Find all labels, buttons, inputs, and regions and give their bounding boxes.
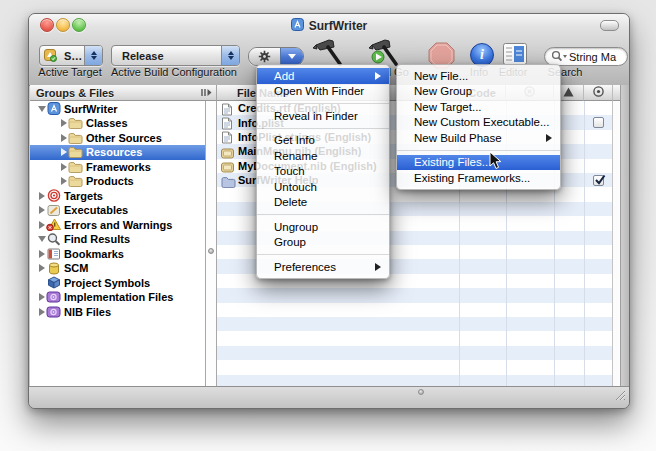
target-membership-checkbox[interactable] [593,175,604,186]
sidebar-item-resources[interactable]: Resources [30,145,205,160]
doc-icon [221,102,235,115]
groups-files-header[interactable]: Groups & Files [30,85,217,101]
window-title: SurfWriter [309,19,367,33]
submenu-item-new-custom-executable[interactable]: New Custom Executable... [397,115,560,131]
sidebar-item-bookmarks[interactable]: Bookmarks [30,247,205,262]
sidebar-item-project-symbols[interactable]: Project Symbols [30,276,205,291]
disclosure-closed-icon[interactable] [37,308,46,316]
build-and-go-button[interactable] [365,38,401,66]
menu-item-label: Rename [274,150,317,162]
action-context-menu: AddOpen With FinderReveal in FinderGet I… [256,64,390,279]
menu-item-label: New Build Phase [414,132,502,144]
sidebar-item-find-results[interactable]: Find Results [30,232,205,247]
menu-item-reveal-in-finder[interactable]: Reveal in Finder [257,108,389,124]
target-membership-checkbox[interactable] [593,117,604,128]
doc-icon [221,116,235,129]
scm-icon [46,262,61,275]
disclosure-open-icon[interactable] [37,236,46,242]
sidebar-item-frameworks[interactable]: Frameworks [30,160,205,175]
sidebar-item-surfwriter[interactable]: SurfWriter [30,102,205,117]
disclosure-closed-icon[interactable] [59,134,68,142]
sidebar-item-label: Classes [86,117,128,129]
menu-separator [257,99,389,108]
target-icon [593,86,604,99]
sidebar-item-products[interactable]: Products [30,174,205,189]
disclosure-closed-icon[interactable] [37,293,46,301]
sidebar-item-targets[interactable]: Targets [30,189,205,204]
vertical-splitter[interactable] [205,101,217,386]
menu-item-label: Get Info [274,134,315,146]
menu-item-open-with-finder[interactable]: Open With Finder [257,84,389,100]
column-header-target[interactable] [584,85,613,101]
active-target-label: Active Target [38,66,101,79]
sidebar-item-errors-and-warnings[interactable]: Errors and Warnings [30,218,205,233]
menu-item-label: Existing Frameworks... [414,172,530,184]
disclosure-closed-icon[interactable] [59,148,68,156]
submenu-item-existing-frameworks[interactable]: Existing Frameworks... [397,170,560,186]
project-icon [46,102,61,115]
menu-item-rename[interactable]: Rename [257,148,389,164]
warning-icon [563,87,574,99]
menu-item-label: Untouch [274,181,317,193]
sidebar-item-label: Frameworks [86,161,151,173]
menu-item-label: Delete [274,196,307,208]
disclosure-closed-icon[interactable] [37,221,46,229]
menu-item-label: Existing Files... [414,156,491,168]
menu-item-add[interactable]: Add [257,68,389,84]
sidebar-item-scm[interactable]: SCM [30,261,205,276]
splitter-dimple[interactable] [208,248,214,254]
groups-files-outline[interactable]: SurfWriterClassesOther SourcesResourcesF… [30,101,205,386]
stepper-arrows-icon [84,46,102,65]
build-config-label: Active Build Configuration [111,66,237,79]
menu-item-delete[interactable]: Delete [257,195,389,211]
menu-item-preferences[interactable]: Preferences [257,259,389,275]
menu-item-ungroup[interactable]: Ungroup [257,219,389,235]
disclosure-closed-icon[interactable] [37,206,46,214]
submenu-item-new-build-phase[interactable]: New Build Phase [397,130,560,146]
submenu-item-new-file[interactable]: New File... [397,68,560,84]
disclosure-closed-icon[interactable] [37,264,46,272]
active-target-popup[interactable]: S… [39,45,103,66]
folder-icon [68,131,83,144]
sidebar-item-classes[interactable]: Classes [30,116,205,131]
add-submenu: New File...New GroupNew Target...New Cus… [396,64,561,190]
build-button[interactable] [309,38,345,66]
sidebar-item-other-sources[interactable]: Other Sources [30,131,205,146]
gear-icon[interactable] [249,48,280,65]
editor-splitter-dimple[interactable] [418,389,424,395]
sidebar-item-label: Find Results [64,233,130,245]
sidebar-item-nib-files[interactable]: NIB Files [30,305,205,320]
build-configuration-popup[interactable]: Release [111,45,240,66]
sidebar-item-implementation-files[interactable]: Implementation Files [30,290,205,305]
menu-item-group[interactable]: Group [257,235,389,251]
menu-item-label: Open With Finder [274,85,364,97]
action-dropdown-arrow[interactable] [280,48,303,65]
search-input[interactable] [569,51,625,63]
menu-separator [397,146,560,155]
toolbar-toggle-button[interactable] [600,20,619,31]
folder-icon [68,175,83,188]
disclosure-closed-icon[interactable] [59,177,68,185]
menu-item-untouch[interactable]: Untouch [257,179,389,195]
submenu-arrow-icon [375,72,381,80]
target-app-icon [43,49,58,62]
menu-item-label: Touch [274,165,305,177]
menu-item-touch[interactable]: Touch [257,164,389,180]
sidebar-item-executables[interactable]: Executables [30,203,205,218]
disclosure-closed-icon[interactable] [37,192,46,200]
disclosure-closed-icon[interactable] [37,250,46,258]
sidebar-item-label: NIB Files [64,306,111,318]
submenu-item-existing-files[interactable]: Existing Files... [397,155,560,171]
submenu-item-new-group[interactable]: New Group [397,84,560,100]
disclosure-open-icon[interactable] [37,106,46,112]
disclosure-closed-icon[interactable] [59,163,68,171]
search-icon [551,48,567,66]
window-right-frame [620,85,629,386]
splitview-collapse-icon[interactable] [200,87,212,99]
menu-item-get-info[interactable]: Get Info [257,133,389,149]
find-icon [46,233,61,246]
disclosure-closed-icon[interactable] [59,119,68,127]
status-bar [29,386,629,408]
submenu-item-new-target[interactable]: New Target... [397,99,560,115]
resize-grip[interactable] [613,387,626,405]
